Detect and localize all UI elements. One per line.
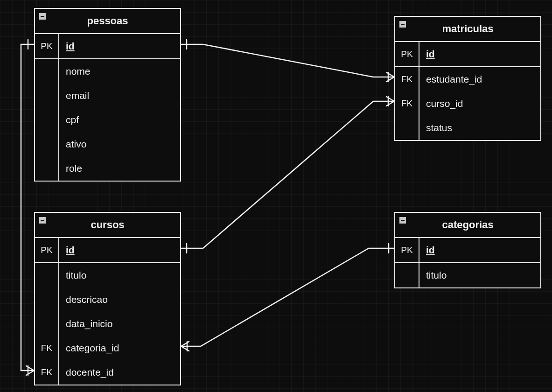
key-label: FK — [35, 360, 59, 385]
field-row-pk[interactable]: PK id — [395, 42, 540, 67]
field-row[interactable]: FKcurso_id — [395, 91, 540, 116]
collapse-icon[interactable] — [39, 13, 46, 20]
field-name: id — [66, 245, 75, 255]
entity-categorias[interactable]: categorias PK id titulo — [394, 212, 541, 288]
field-row[interactable]: ativo — [35, 132, 180, 156]
field-row-pk[interactable]: PK id — [35, 34, 180, 59]
field-name: cpf — [59, 114, 79, 126]
collapse-icon[interactable] — [399, 217, 406, 224]
field-row[interactable]: titulo — [395, 263, 540, 287]
key-label: FK — [35, 336, 59, 360]
field-row-pk[interactable]: PK id — [395, 238, 540, 263]
key-label: FK — [395, 91, 419, 116]
collapse-icon[interactable] — [399, 21, 406, 28]
field-row[interactable]: cpf — [35, 108, 180, 132]
field-row[interactable]: FKestudante_id — [395, 67, 540, 91]
field-name: id — [426, 245, 435, 255]
field-name: id — [426, 49, 435, 59]
field-name: data_inicio — [59, 318, 112, 329]
field-row[interactable]: FKdocente_id — [35, 360, 180, 385]
field-row[interactable]: titulo — [35, 263, 180, 287]
key-label: PK — [35, 34, 59, 58]
field-name: docente_id — [59, 367, 114, 378]
field-row[interactable]: nome — [35, 59, 180, 84]
entity-header-pessoas[interactable]: pessoas — [35, 9, 180, 34]
field-row[interactable]: email — [35, 84, 180, 108]
field-name: categoria_id — [59, 343, 119, 354]
field-name: estudante_id — [419, 74, 482, 85]
field-name: role — [59, 163, 82, 174]
key-label: PK — [395, 42, 419, 66]
entity-title: categorias — [442, 219, 493, 231]
entity-header-categorias[interactable]: categorias — [395, 213, 540, 238]
field-row[interactable]: descricao — [35, 287, 180, 312]
entity-cursos[interactable]: cursos PK id titulo descricao data_inici… — [34, 212, 181, 385]
field-row[interactable]: data_inicio — [35, 312, 180, 336]
field-name: ativo — [59, 139, 86, 150]
field-name: curso_id — [419, 98, 463, 109]
key-label: PK — [395, 238, 419, 262]
field-name: titulo — [419, 270, 447, 281]
key-label: FK — [395, 67, 419, 91]
field-row[interactable]: FKcategoria_id — [35, 336, 180, 360]
entity-header-matriculas[interactable]: matriculas — [395, 17, 540, 42]
entity-title: matriculas — [442, 23, 493, 35]
field-name: titulo — [59, 270, 86, 281]
field-row[interactable]: status — [395, 116, 540, 140]
field-name: id — [66, 41, 75, 51]
field-name: nome — [59, 66, 91, 77]
field-row-pk[interactable]: PK id — [35, 238, 180, 263]
entity-pessoas[interactable]: pessoas PK id nome email cpf ativo role — [34, 8, 181, 182]
field-name: descricao — [59, 294, 108, 305]
field-name: email — [59, 90, 89, 101]
entity-header-cursos[interactable]: cursos — [35, 213, 180, 238]
collapse-icon[interactable] — [39, 217, 46, 224]
key-label: PK — [35, 238, 59, 262]
entity-title: cursos — [91, 219, 124, 231]
entity-title: pessoas — [87, 15, 128, 27]
field-row[interactable]: role — [35, 156, 180, 181]
entity-matriculas[interactable]: matriculas PK id FKestudante_id FKcurso_… — [394, 16, 541, 141]
field-name: status — [419, 122, 452, 133]
